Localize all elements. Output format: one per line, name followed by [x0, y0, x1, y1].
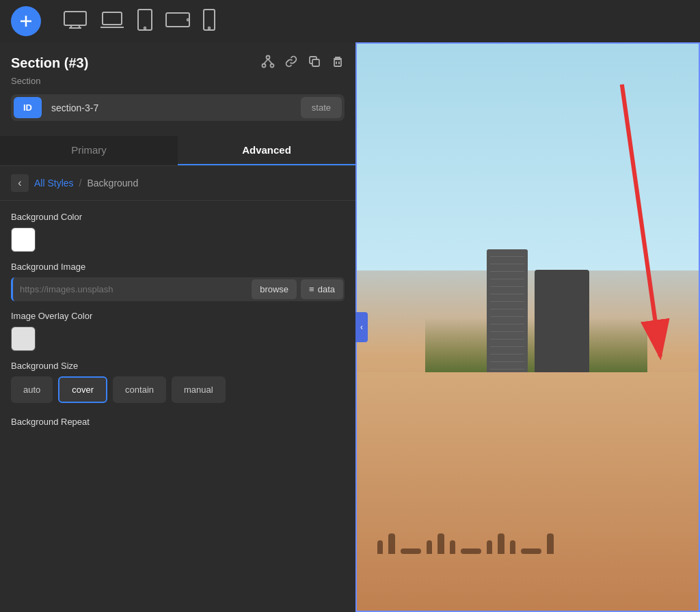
breadcrumb: ‹ All Styles / Background	[0, 166, 355, 201]
bg-size-label: Background Size	[11, 361, 345, 371]
duplicate-icon[interactable]	[308, 55, 321, 72]
person-silhouette	[547, 533, 554, 554]
bg-image-row: browse ≡ data	[11, 277, 345, 301]
person-silhouette	[450, 540, 455, 554]
size-btn-contain[interactable]: contain	[113, 376, 166, 403]
panel-header: Section (#3)	[0, 42, 355, 136]
bg-image-input[interactable]	[14, 279, 247, 300]
overlay-color-label: Image Overlay Color	[11, 311, 345, 321]
breadcrumb-back-button[interactable]: ‹	[11, 174, 29, 192]
add-button[interactable]	[11, 6, 41, 36]
size-btn-auto[interactable]: auto	[11, 376, 53, 403]
svg-line-17	[264, 59, 268, 64]
main-content: Section (#3)	[0, 42, 700, 612]
overlay-color-row	[11, 326, 345, 351]
person-silhouette	[388, 533, 395, 554]
beach-image	[357, 44, 699, 611]
svg-rect-2	[64, 12, 86, 25]
state-button[interactable]: state	[301, 97, 342, 118]
person-silhouette	[427, 540, 432, 554]
link-icon[interactable]	[284, 55, 298, 72]
size-btn-cover[interactable]: cover	[58, 376, 107, 403]
person-silhouette	[377, 540, 383, 554]
person-silhouette	[401, 548, 421, 554]
laptop-icon[interactable]	[100, 10, 124, 32]
svg-point-15	[262, 64, 266, 68]
bg-size-buttons: auto cover contain manual	[11, 376, 345, 403]
tab-advanced[interactable]: Advanced	[178, 136, 355, 165]
id-badge[interactable]: ID	[14, 97, 42, 118]
canvas-collapse-button[interactable]: ‹	[355, 312, 368, 342]
canvas-content	[355, 42, 700, 612]
person-silhouette	[461, 548, 481, 554]
panel-title: Section (#3)	[11, 55, 88, 71]
breadcrumb-current: Background	[87, 178, 138, 189]
svg-point-11	[187, 19, 189, 21]
person-silhouette	[510, 540, 515, 554]
overlay-color-swatch[interactable]	[11, 326, 36, 351]
svg-rect-20	[334, 59, 341, 66]
id-value: section-3-7	[44, 102, 298, 113]
svg-rect-10	[166, 13, 189, 27]
data-button[interactable]: ≡ data	[301, 279, 343, 299]
mobile-icon[interactable]	[202, 9, 216, 33]
person-silhouette	[438, 533, 444, 554]
properties-area: Background Color Background Image browse…	[0, 201, 355, 612]
svg-point-13	[208, 27, 211, 29]
people-area	[357, 384, 699, 554]
tab-primary[interactable]: Primary	[0, 136, 178, 165]
svg-point-9	[144, 27, 146, 29]
person-silhouette	[498, 533, 504, 554]
svg-point-16	[271, 64, 274, 68]
browse-button[interactable]: browse	[252, 279, 297, 299]
bg-color-swatch[interactable]	[11, 227, 36, 252]
mobile-landscape-icon[interactable]	[165, 12, 190, 31]
size-btn-manual[interactable]: manual	[172, 376, 226, 403]
svg-line-18	[268, 59, 272, 64]
panel-action-icons	[261, 55, 345, 72]
bg-repeat-section: Background Repeat	[11, 417, 345, 427]
hierarchy-icon[interactable]	[261, 55, 275, 72]
data-icon: ≡	[309, 284, 314, 294]
data-label: data	[318, 284, 335, 294]
bg-image-label: Background Image	[11, 262, 345, 272]
sky	[357, 44, 699, 270]
canvas-area: ‹	[355, 42, 700, 612]
tablet-icon[interactable]	[137, 9, 153, 33]
bg-repeat-label: Background Repeat	[11, 417, 345, 427]
building-tall	[487, 249, 528, 372]
panel-title-row: Section (#3)	[11, 55, 345, 72]
trash-icon[interactable]	[331, 55, 345, 72]
device-icons	[63, 9, 216, 33]
svg-rect-19	[312, 59, 319, 66]
breadcrumb-all-styles[interactable]: All Styles	[34, 178, 74, 189]
tabs-row: Primary Advanced	[0, 136, 355, 166]
svg-rect-6	[103, 12, 122, 25]
id-row: ID section-3-7 state	[11, 94, 345, 121]
bg-color-label: Background Color	[11, 212, 345, 222]
breadcrumb-separator: /	[79, 178, 82, 189]
panel-subtitle: Section	[11, 76, 345, 86]
building-round	[535, 270, 589, 372]
bg-color-row	[11, 227, 345, 252]
person-silhouette	[487, 540, 492, 554]
top-toolbar	[0, 0, 700, 42]
svg-point-14	[267, 56, 270, 59]
person-silhouette	[521, 548, 541, 554]
desktop-icon[interactable]	[63, 10, 88, 32]
left-panel: Section (#3)	[0, 42, 355, 612]
